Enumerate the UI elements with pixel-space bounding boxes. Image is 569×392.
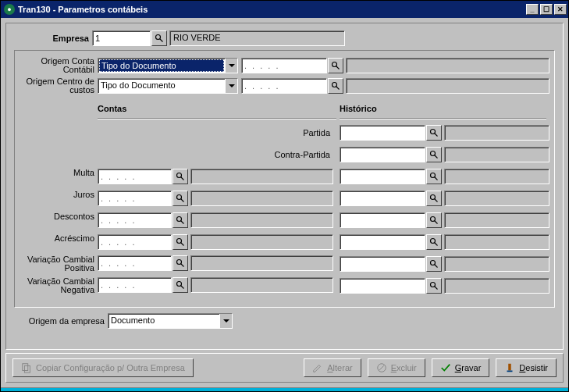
partida-lookup-button[interactable] <box>426 125 442 141</box>
multa-hist-lookup-button[interactable] <box>426 169 442 184</box>
var-pos-hist-lookup-button[interactable] <box>426 256 442 272</box>
svg-line-29 <box>435 265 438 268</box>
juros-hist-input[interactable] <box>340 191 425 206</box>
magnifier-icon <box>176 237 185 247</box>
svg-point-0 <box>156 35 161 40</box>
svg-line-7 <box>435 134 438 137</box>
svg-line-33 <box>435 287 438 290</box>
svg-rect-39 <box>507 371 513 372</box>
acrescimo-hist-input[interactable] <box>340 234 425 250</box>
juros-label: Juros <box>20 191 98 206</box>
partida-desc <box>444 125 549 141</box>
svg-point-2 <box>333 62 337 67</box>
svg-line-31 <box>181 286 184 289</box>
excluir-button[interactable]: Excluir <box>368 358 425 377</box>
origem-centro-code-input[interactable] <box>241 78 327 94</box>
descontos-desc <box>190 212 333 228</box>
main-panel: Empresa RIO VERDE Origem Conta Contábil … <box>5 23 564 350</box>
magnifier-icon <box>176 172 185 181</box>
var-pos-code-input[interactable] <box>98 255 172 271</box>
origem-centro-combo[interactable]: Tipo do Documento <box>98 78 238 94</box>
multa-lookup-button[interactable] <box>172 169 188 184</box>
origem-centro-lookup-button[interactable] <box>328 78 343 94</box>
acrescimo-code-input[interactable] <box>98 234 172 250</box>
copiar-button[interactable]: Copiar Configuração p/ Outra Empresa <box>12 358 194 377</box>
var-pos-hist-input[interactable] <box>340 256 425 272</box>
juros-hist-desc <box>444 191 549 206</box>
magnifier-icon <box>429 128 439 137</box>
delete-icon <box>376 362 387 373</box>
juros-lookup-button[interactable] <box>172 191 188 206</box>
status-bar <box>1 387 568 391</box>
descontos-lookup-button[interactable] <box>172 212 188 228</box>
origem-conta-combo[interactable]: Tipo do Documento <box>98 58 238 73</box>
contra-partida-lookup-button[interactable] <box>426 147 442 162</box>
contra-partida-desc <box>444 147 549 162</box>
alterar-button[interactable]: Alterar <box>304 358 361 377</box>
chevron-down-icon <box>225 79 237 93</box>
magnifier-icon <box>429 172 439 181</box>
exit-icon <box>504 362 515 373</box>
origem-conta-code-input[interactable] <box>241 58 327 73</box>
svg-point-26 <box>177 260 182 265</box>
var-neg-lookup-button[interactable] <box>172 277 188 293</box>
var-pos-hist-desc <box>444 256 549 272</box>
maximize-button[interactable]: ☐ <box>540 4 553 15</box>
juros-code-input[interactable] <box>98 191 172 206</box>
svg-point-24 <box>431 239 436 244</box>
contra-partida-hist-input[interactable] <box>340 147 425 162</box>
svg-line-37 <box>379 365 384 371</box>
svg-point-12 <box>431 173 436 178</box>
svg-line-17 <box>435 199 438 202</box>
var-pos-desc <box>190 255 333 271</box>
window: ● Tran130 - Parametros contábeis _ ☐ ✕ E… <box>0 0 569 392</box>
desistir-button[interactable]: Desistir <box>496 358 557 377</box>
acrescimo-hist-lookup-button[interactable] <box>426 234 442 250</box>
svg-line-27 <box>181 264 184 267</box>
origem-empresa-combo[interactable]: Documento <box>108 313 233 329</box>
minimize-button[interactable]: _ <box>526 4 539 15</box>
juros-hist-lookup-button[interactable] <box>426 191 442 206</box>
svg-rect-34 <box>23 364 28 371</box>
origem-conta-lookup-button[interactable] <box>328 58 343 73</box>
svg-line-13 <box>435 177 438 180</box>
var-pos-lookup-button[interactable] <box>172 255 188 271</box>
magnifier-icon <box>176 216 185 225</box>
magnifier-icon <box>176 280 185 290</box>
gravar-button[interactable]: Gravar <box>432 358 490 377</box>
titlebar: ● Tran130 - Parametros contábeis _ ☐ ✕ <box>1 1 568 18</box>
copy-icon <box>21 362 32 373</box>
var-neg-hist-input[interactable] <box>340 278 425 294</box>
descontos-hist-input[interactable] <box>340 212 425 228</box>
svg-point-18 <box>177 217 182 222</box>
origem-conta-desc <box>346 58 549 73</box>
descontos-label: Descontos <box>20 212 98 228</box>
edit-icon <box>312 362 323 373</box>
svg-line-1 <box>160 39 163 42</box>
origem-centro-label: Origem Centro de custos <box>20 77 98 94</box>
empresa-label: Empresa <box>14 34 92 43</box>
var-neg-code-input[interactable] <box>98 277 172 293</box>
acrescimo-lookup-button[interactable] <box>172 234 188 250</box>
var-neg-hist-lookup-button[interactable] <box>426 278 442 294</box>
svg-line-19 <box>181 221 184 224</box>
close-button[interactable]: ✕ <box>554 4 567 15</box>
descontos-hist-desc <box>444 212 549 228</box>
magnifier-icon <box>176 258 185 268</box>
origem-centro-desc <box>346 78 549 94</box>
magnifier-icon <box>176 194 185 203</box>
magnifier-icon <box>429 281 439 290</box>
multa-hist-input[interactable] <box>340 169 425 184</box>
descontos-hist-lookup-button[interactable] <box>426 212 442 228</box>
multa-code-input[interactable] <box>98 169 172 184</box>
descontos-code-input[interactable] <box>98 212 172 228</box>
svg-point-20 <box>431 217 436 222</box>
empresa-input[interactable] <box>92 30 151 46</box>
svg-rect-38 <box>509 364 512 371</box>
acrescimo-label: Acréscimo <box>20 234 98 250</box>
svg-point-4 <box>333 83 337 87</box>
chevron-down-icon <box>219 314 232 328</box>
svg-point-30 <box>177 282 182 287</box>
partida-hist-input[interactable] <box>340 125 425 141</box>
empresa-lookup-button[interactable] <box>151 30 167 46</box>
